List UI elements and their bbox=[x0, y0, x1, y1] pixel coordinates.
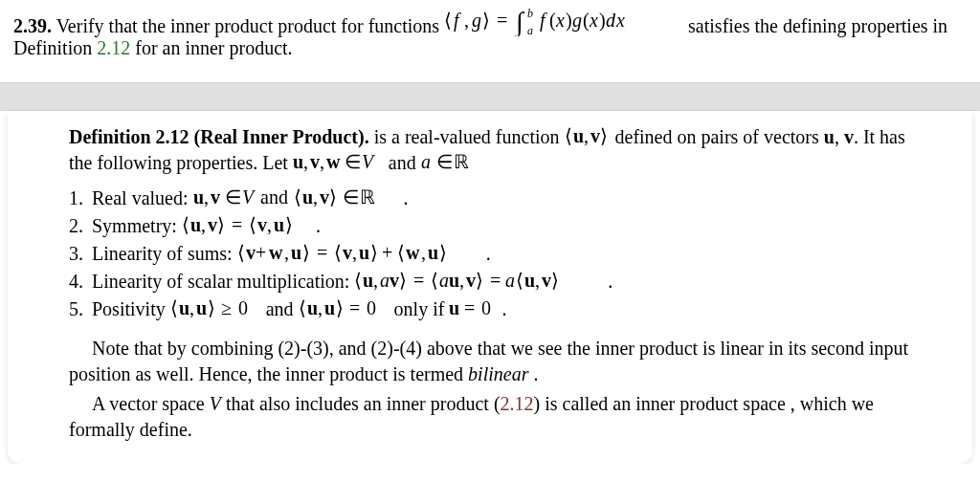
svg-text:g: g bbox=[472, 10, 481, 32]
svg-text:(: ( bbox=[549, 10, 556, 32]
svg-text:v: v bbox=[466, 271, 476, 291]
svg-text:u: u bbox=[291, 243, 301, 263]
svg-text:,: , bbox=[421, 243, 426, 263]
svg-text:⟩: ⟩ bbox=[551, 271, 559, 291]
svg-text:=: = bbox=[232, 215, 242, 235]
svg-text:a: a bbox=[505, 271, 515, 291]
svg-text:⟩: ⟩ bbox=[439, 243, 447, 263]
property-3-tail: . bbox=[486, 243, 491, 264]
property-5-and: and bbox=[261, 298, 299, 319]
svg-text:⟩: ⟩ bbox=[600, 126, 608, 146]
note1-bilinear: bilinear bbox=[468, 363, 528, 384]
svg-text:u: u bbox=[428, 243, 438, 263]
definition-lead-and: and bbox=[389, 152, 421, 173]
svg-text:v: v bbox=[246, 243, 256, 263]
svg-text:⟨: ⟨ bbox=[294, 187, 301, 208]
svg-text:⟨: ⟨ bbox=[397, 243, 405, 263]
note1-c: . bbox=[528, 363, 538, 384]
svg-text:⟨: ⟨ bbox=[431, 271, 438, 291]
svg-text:v: v bbox=[343, 243, 352, 263]
svg-text:a: a bbox=[380, 271, 390, 291]
expr-uvw-in-V: u , v , w ∈ V bbox=[293, 152, 384, 173]
svg-text:and: and bbox=[260, 187, 288, 208]
svg-text:⟨: ⟨ bbox=[516, 271, 523, 291]
expr-prop3: ⟨ v + w , u ⟩ = ⟨ v , u ⟩ + ⟨ w , u ⟩ bbox=[237, 243, 486, 264]
svg-text:⟩: ⟩ bbox=[336, 298, 344, 318]
svg-text:,: , bbox=[320, 152, 324, 172]
svg-text:,: , bbox=[189, 298, 194, 318]
svg-text:+: + bbox=[382, 243, 392, 263]
comma: , bbox=[835, 126, 844, 147]
vector-v: v bbox=[844, 126, 854, 147]
svg-text:f: f bbox=[454, 10, 461, 32]
svg-text:ℝ: ℝ bbox=[360, 187, 375, 208]
svg-text:=: = bbox=[317, 243, 327, 263]
property-list: Real valued: u , v ∈ V and ⟨ u , v ⟩ ∈ ℝ… bbox=[88, 186, 911, 322]
expr-a-in-R: a ∈ ℝ bbox=[421, 152, 477, 173]
svg-text:,: , bbox=[352, 243, 357, 263]
property-1: Real valued: u , v ∈ V and ⟨ u , v ⟩ ∈ ℝ… bbox=[88, 186, 911, 211]
svg-text:⟩: ⟩ bbox=[217, 215, 225, 235]
svg-text:=: = bbox=[490, 271, 501, 291]
svg-text:v: v bbox=[211, 187, 220, 208]
svg-text:v: v bbox=[590, 126, 600, 146]
svg-text:+: + bbox=[256, 243, 266, 263]
svg-text:w: w bbox=[406, 243, 420, 263]
svg-text:a: a bbox=[527, 24, 533, 36]
property-1-label: Real valued: bbox=[92, 187, 193, 208]
definition-lead-2: defined on pairs of vectors bbox=[615, 126, 824, 147]
svg-text:g: g bbox=[572, 10, 582, 32]
expr-prop1: u , v ∈ V and ⟨ u , v ⟩ ∈ ℝ bbox=[193, 187, 399, 208]
expr-prop5a: ⟨ u , u ⟩ ≥ 0 bbox=[170, 298, 261, 319]
svg-text:v: v bbox=[542, 271, 551, 291]
svg-text:0: 0 bbox=[367, 298, 376, 318]
svg-text:,: , bbox=[303, 152, 308, 172]
property-4: Linearity of scalar multiplication: ⟨ u … bbox=[88, 269, 911, 295]
svg-text:⟨: ⟨ bbox=[299, 298, 306, 318]
svg-text:v: v bbox=[208, 215, 217, 235]
svg-text:): ) bbox=[566, 10, 572, 32]
property-2-tail: . bbox=[316, 215, 321, 236]
problem-text-1: Verify that the inner product product fo… bbox=[52, 15, 444, 36]
property-1-tail: . bbox=[399, 187, 409, 208]
svg-text:V: V bbox=[242, 187, 256, 208]
svg-text:⟩: ⟩ bbox=[476, 271, 483, 291]
svg-text:x: x bbox=[555, 10, 565, 31]
svg-text:a: a bbox=[439, 271, 449, 291]
problem-text-3: for an inner product. bbox=[130, 37, 292, 58]
svg-text:∈: ∈ bbox=[436, 152, 453, 172]
svg-text:,: , bbox=[201, 215, 206, 235]
note2-a: A vector space bbox=[92, 393, 210, 414]
property-3: Linearity of sums: ⟨ v + w , u ⟩ = ⟨ v ,… bbox=[88, 241, 911, 267]
svg-text:≥: ≥ bbox=[221, 298, 232, 318]
svg-text:∈: ∈ bbox=[345, 152, 361, 172]
svg-text:=: = bbox=[464, 298, 475, 318]
svg-text:u: u bbox=[363, 271, 373, 291]
ref-link-2-12-b[interactable]: 2.12 bbox=[501, 393, 534, 414]
svg-text:=: = bbox=[413, 271, 424, 291]
svg-text:⟩: ⟩ bbox=[370, 243, 378, 263]
svg-text:u: u bbox=[190, 215, 201, 235]
svg-text:0: 0 bbox=[238, 298, 248, 318]
property-4-label: Linearity of scalar multiplication: bbox=[92, 271, 354, 292]
svg-text:,: , bbox=[284, 243, 289, 263]
svg-text:⟩: ⟩ bbox=[329, 187, 337, 208]
svg-text:,: , bbox=[584, 126, 589, 146]
svg-text:x: x bbox=[615, 10, 625, 31]
expr-prop5c: u = 0 bbox=[449, 298, 501, 319]
svg-text:u: u bbox=[193, 187, 204, 208]
problem-number: 2.39. bbox=[13, 15, 52, 36]
expr-prop5b: ⟨ u , u ⟩ = 0 bbox=[299, 298, 390, 319]
svg-text:u: u bbox=[449, 271, 459, 291]
property-3-label: Linearity of sums: bbox=[92, 243, 237, 264]
svg-text:⟨: ⟨ bbox=[182, 215, 189, 235]
ref-link-2-12[interactable]: 2.12 bbox=[97, 37, 130, 58]
svg-text:,: , bbox=[464, 10, 469, 31]
svg-text:=: = bbox=[497, 10, 507, 31]
definition-note-1: Note that by combining (2)-(3), and (2)-… bbox=[69, 336, 911, 387]
problem-statement: 2.39. Verify that the inner product prod… bbox=[0, 0, 980, 82]
expr-inner-product-integral: ⟨ f , g ⟩ = ∫ a b f ( x ) g ( x ) d x bbox=[444, 8, 683, 36]
svg-text:⟨: ⟨ bbox=[354, 271, 362, 291]
property-5-tail: . bbox=[501, 298, 506, 319]
svg-text:⟨: ⟨ bbox=[334, 243, 342, 263]
